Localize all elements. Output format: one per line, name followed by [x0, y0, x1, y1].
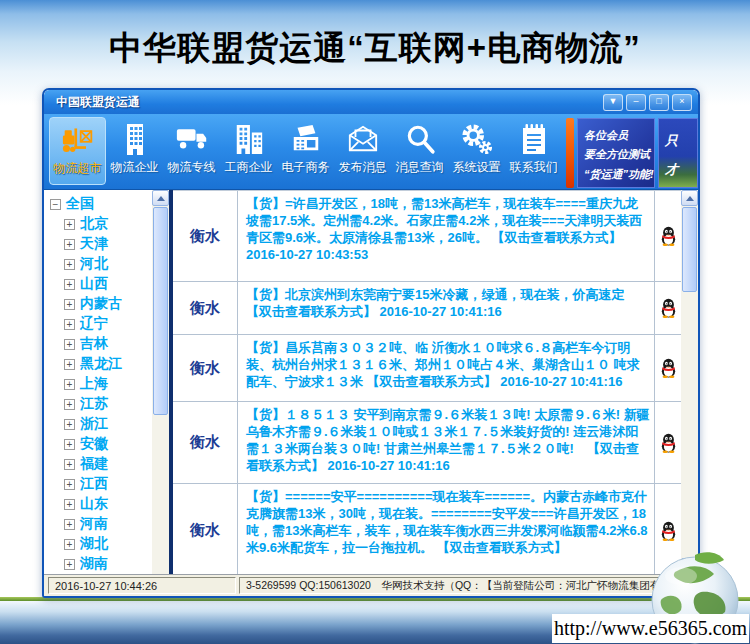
- window-control-button[interactable]: ×: [672, 94, 692, 111]
- window-titlebar: 中国联盟货运通 ▼ – □ ×: [44, 90, 698, 114]
- qq-penguin-icon[interactable]: [660, 433, 677, 453]
- expand-icon[interactable]: +: [64, 299, 75, 310]
- buildings-icon: [233, 123, 265, 155]
- side-banner[interactable]: 只 才: [658, 118, 698, 188]
- list-scrollbar[interactable]: [681, 190, 698, 574]
- collapse-icon[interactable]: −: [50, 199, 61, 210]
- message-text: 【货】１８５１３ 安平到南京需９.６米装１３吨! 太原需９.６米! 新疆乌鲁木齐…: [238, 402, 655, 483]
- scroll-up-button[interactable]: [681, 190, 698, 206]
- tree-item[interactable]: + 湖南: [46, 554, 152, 574]
- tree-item[interactable]: + 黑龙江: [46, 354, 152, 374]
- toolbar-item[interactable]: 消息查询: [391, 117, 448, 185]
- tree-scrollbar[interactable]: [152, 190, 169, 574]
- expand-icon[interactable]: +: [64, 339, 75, 350]
- status-datetime: 2016-10-27 10:44:26: [48, 577, 236, 594]
- tree-item[interactable]: + 河南: [46, 514, 152, 534]
- tree-item[interactable]: + 浙江: [46, 414, 152, 434]
- toolbar-item[interactable]: 物流专线: [163, 117, 220, 185]
- toolbar-item-label: 物流超市: [54, 160, 102, 177]
- toolbar-items: 物流超市 物流企业 物流专线 工商企业: [49, 117, 562, 185]
- qq-penguin-icon[interactable]: [660, 358, 677, 378]
- scrollbar-thumb[interactable]: [153, 207, 168, 415]
- expand-icon[interactable]: +: [64, 519, 75, 530]
- tree-item[interactable]: + 北京: [46, 214, 152, 234]
- toolbar-item[interactable]: 发布消息: [334, 117, 391, 185]
- toolbar-item[interactable]: 联系我们: [505, 117, 562, 185]
- expand-icon[interactable]: +: [64, 559, 75, 570]
- expand-icon[interactable]: +: [64, 219, 75, 230]
- tree-item-label: 北京: [80, 215, 108, 233]
- forklift-icon: [62, 124, 94, 156]
- tree-item[interactable]: + 江苏: [46, 394, 152, 414]
- toolbar-item-label: 物流企业: [111, 159, 159, 176]
- tree-item[interactable]: + 山西: [46, 274, 152, 294]
- tree-item[interactable]: + 辽宁: [46, 314, 152, 334]
- expand-icon[interactable]: +: [64, 439, 75, 450]
- toolbar-item[interactable]: 物流超市: [49, 117, 106, 185]
- tree-item[interactable]: + 内蒙古: [46, 294, 152, 314]
- status-bar: 2016-10-27 10:44:26 3-5269599 QQ:1506130…: [44, 574, 698, 596]
- expand-icon[interactable]: +: [64, 399, 75, 410]
- content-area: − 全国 + 北京 + 天津: [44, 190, 698, 574]
- side-banner-char-2: 才: [665, 156, 697, 185]
- qq-penguin-icon[interactable]: [660, 521, 677, 541]
- tree-item-label: 浙江: [80, 415, 108, 433]
- expand-icon[interactable]: +: [64, 319, 75, 330]
- qq-penguin-icon[interactable]: [660, 298, 677, 318]
- tree-item[interactable]: + 上海: [46, 374, 152, 394]
- search-icon: [404, 123, 436, 155]
- toolbar-item-label: 消息查询: [396, 159, 444, 176]
- expand-icon[interactable]: +: [64, 499, 75, 510]
- toolbar-item[interactable]: 电子商务: [277, 117, 334, 185]
- expand-icon[interactable]: +: [64, 479, 75, 490]
- toolbar-item[interactable]: 工商企业: [220, 117, 277, 185]
- promo-banner[interactable]: 各位会员 要全方位测试 “货运通”功能!: [577, 118, 655, 188]
- status-info: 3-5269599 QQ:150613020 华网技术支持（QQ：【当前登陆公司…: [239, 577, 694, 594]
- expand-icon[interactable]: +: [64, 419, 75, 430]
- expand-icon[interactable]: +: [64, 539, 75, 550]
- tree-item[interactable]: + 山东: [46, 494, 152, 514]
- expand-icon[interactable]: +: [64, 359, 75, 370]
- tree-item[interactable]: + 湖北: [46, 534, 152, 554]
- envelope-icon: [347, 123, 379, 155]
- expand-icon[interactable]: +: [64, 459, 75, 470]
- app-window: 中国联盟货运通 ▼ – □ ×: [42, 88, 700, 598]
- window-control-icon: ▼: [609, 96, 618, 106]
- window-control-button[interactable]: □: [649, 94, 669, 111]
- tree-item-label: 天津: [80, 235, 108, 253]
- toolbar-item-label: 电子商务: [282, 159, 330, 176]
- tree-item-label: 全国: [66, 195, 94, 213]
- scrollbar-thumb[interactable]: [682, 207, 697, 292]
- tree-item-label: 山西: [80, 275, 108, 293]
- expand-icon[interactable]: +: [64, 239, 75, 250]
- message-row[interactable]: 衡水 【货】昌乐莒南３０３２吨、临 沂衡水１０吨求６.８高栏车今订明装、杭州台州…: [173, 335, 681, 402]
- tree-item-label: 辽宁: [80, 315, 108, 333]
- tree-item-label: 安徽: [80, 435, 108, 453]
- message-row[interactable]: 衡水 【货】======安平==========现在装车======。内蒙古赤峰…: [173, 484, 681, 574]
- tree-item-label: 江苏: [80, 395, 108, 413]
- window-control-button[interactable]: ▼: [603, 94, 623, 111]
- tree-item[interactable]: + 福建: [46, 454, 152, 474]
- expand-icon[interactable]: +: [64, 379, 75, 390]
- message-row[interactable]: 衡水 【货】１８５１３ 安平到南京需９.６米装１３吨! 太原需９.６米! 新疆乌…: [173, 402, 681, 484]
- expand-icon[interactable]: +: [64, 279, 75, 290]
- window-control-button[interactable]: –: [626, 94, 646, 111]
- toolbar-item[interactable]: 物流企业: [106, 117, 163, 185]
- message-row[interactable]: 衡水 【货】北京滨州到东莞南宁要15米冷藏，绿通，现在装，价高速定 【双击查看联…: [173, 282, 681, 335]
- tree-item-root[interactable]: − 全国: [46, 194, 152, 214]
- tree-item[interactable]: + 安徽: [46, 434, 152, 454]
- tree-item-label: 福建: [80, 455, 108, 473]
- tree-item[interactable]: + 江西: [46, 474, 152, 494]
- main-toolbar: 物流超市 物流企业 物流专线 工商企业: [44, 114, 698, 190]
- toolbar-item[interactable]: 系统设置: [448, 117, 505, 185]
- tree-item-label: 吉林: [80, 335, 108, 353]
- side-banner-char-1: 只: [665, 127, 697, 156]
- tree-item[interactable]: + 天津: [46, 234, 152, 254]
- scroll-up-button[interactable]: [152, 190, 169, 206]
- tree-item[interactable]: + 河北: [46, 254, 152, 274]
- message-row[interactable]: 衡水 【货】=许昌开发区，18吨，需13米高栏车，现在装车====重庆九龙坡需1…: [173, 191, 681, 282]
- tree-item[interactable]: + 吉林: [46, 334, 152, 354]
- tree-item-label: 湖北: [80, 535, 108, 553]
- qq-penguin-icon[interactable]: [660, 226, 677, 246]
- expand-icon[interactable]: +: [64, 259, 75, 270]
